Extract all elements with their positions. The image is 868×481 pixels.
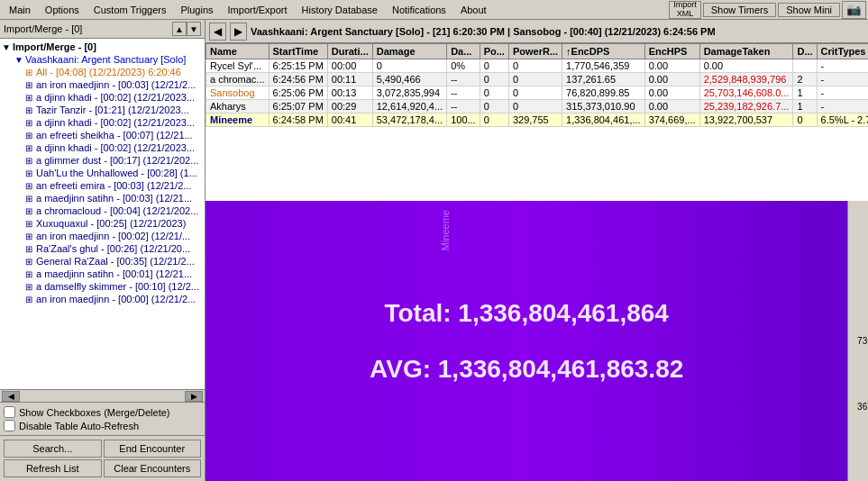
col-header-po[interactable]: Po... (480, 44, 508, 59)
show-mini-button[interactable]: Show Mini (778, 3, 840, 17)
list-item[interactable]: ⊞ a glimmer dust - [00:17] (12/21/202... (0, 154, 205, 167)
tree-item-encounter[interactable]: ▼ Vaashkaani: Argent Sanctuary [Solo] (0, 53, 205, 66)
cell-starttime: 6:25:07 PM (269, 100, 327, 113)
list-item[interactable]: ⊞ a djinn khadi - [00:02] (12/21/2023... (0, 116, 205, 129)
menu-options[interactable]: Options (38, 3, 87, 17)
menu-notifications[interactable]: Notifications (385, 3, 453, 17)
import-xml-button[interactable]: Import XML (669, 1, 701, 19)
col-header-encdps[interactable]: ↑EncDPS (562, 44, 645, 59)
list-item[interactable]: ⊞ Tazir Tanzir - [01:21] (12/21/2023... (0, 104, 205, 116)
cell-crittypes: 6.5%L - 2.7%... (817, 113, 868, 127)
chart-avg-text: AVG: 1,336,804,461,863.82 (370, 355, 683, 384)
show-checkboxes-checkbox[interactable] (4, 406, 15, 418)
list-item[interactable]: ⊞ an iron maedjinn - [00:02] (12/21/... (0, 230, 205, 242)
cell-damagetaken: 2,529,848,939,796 (699, 73, 793, 86)
expand-icon-9: ⊞ (25, 168, 34, 178)
menu-import-export[interactable]: Import/Export (221, 3, 295, 17)
scroll-left-button[interactable]: ◀ (2, 391, 20, 402)
expand-icon-4: ⊞ (25, 105, 34, 115)
col-header-crittypes[interactable]: CritTypes (817, 44, 868, 59)
expand-icon-5: ⊞ (25, 118, 34, 128)
scroll-up-button[interactable]: ▲ (172, 22, 187, 36)
cell-damage: 5,490,466 (372, 73, 446, 86)
refresh-list-button[interactable]: Refresh List (4, 459, 102, 477)
tree-item-root[interactable]: ▼ Import/Merge - [0] (0, 41, 205, 53)
list-item[interactable]: ⊞ a djinn khadi - [00:02] (12/21/2023... (0, 141, 205, 154)
list-item[interactable]: ⊞ an iron maedjinn - [00:03] (12/21/2... (0, 78, 205, 91)
search-button[interactable]: Search... (4, 440, 102, 458)
scroll-down-button[interactable]: ▼ (187, 22, 201, 36)
col-header-da[interactable]: Da... (447, 44, 480, 59)
list-item[interactable]: ⊞ a djinn khadi - [00:02] (12/21/2023... (0, 91, 205, 104)
main-layout: Import/Merge - [0] ▲ ▼ ▼ Import/Merge - … (0, 20, 868, 481)
table-row[interactable]: Sansobog 6:25:06 PM 00:13 3,072,835,994 … (206, 86, 869, 100)
cell-powerr: 0 (508, 100, 562, 113)
list-item[interactable]: ⊞ General Ra'Zaal - [00:35] (12/21/2... (0, 255, 205, 268)
disable-auto-refresh-row: Disable Table Auto-Refresh (4, 420, 201, 431)
cell-enchps: 0.00 (644, 86, 699, 100)
cell-da: 0% (447, 59, 480, 73)
col-header-enchps[interactable]: EncHPS (644, 44, 699, 59)
menu-custom-triggers[interactable]: Custom Triggers (87, 3, 174, 17)
list-item[interactable]: ⊞ an iron maedjinn - [00:00] (12/21/2... (0, 293, 205, 305)
expand-icon-13: ⊞ (25, 219, 34, 229)
disable-auto-refresh-checkbox[interactable] (4, 420, 15, 431)
table-row[interactable]: Akharys 6:25:07 PM 00:29 12,614,920,4...… (206, 100, 869, 113)
list-item[interactable]: ⊞ a maedjinn satihn - [00:01] (12/21... (0, 268, 205, 280)
expand-icon-19: ⊞ (25, 295, 34, 304)
col-header-damage[interactable]: Damage (372, 44, 446, 59)
list-item[interactable]: ⊞ Xuxuquaxul - [00:25] (12/21/2023) (0, 217, 205, 230)
checkbox-area: Show Checkboxes (Merge/Delete) Disable T… (0, 402, 205, 435)
list-item[interactable]: ⊞ an efreeti sheikha - [00:07] (12/21... (0, 129, 205, 141)
menu-about[interactable]: About (453, 3, 494, 17)
table-row[interactable]: a chromac... 6:24:56 PM 00:11 5,490,466 … (206, 73, 869, 86)
horizontal-scrollbar[interactable]: ◀ ▶ (0, 389, 205, 402)
table-row-selected[interactable]: Mineeme 6:24:58 PM 00:41 53,472,178,4...… (206, 113, 869, 127)
cell-d (793, 59, 817, 73)
col-header-d[interactable]: D... (793, 44, 817, 59)
table-row[interactable]: Rycel Syl'... 6:25:15 PM 00:00 0 0% 0 0 … (206, 59, 869, 73)
cell-powerr: 329,755 (508, 113, 562, 127)
expand-icon-3: ⊞ (25, 93, 34, 103)
list-item[interactable]: ⊞ a damselfly skimmer - [00:10] (12/2... (0, 280, 205, 293)
menu-plugins[interactable]: Plugins (173, 3, 220, 17)
data-table: Name StartTime Durati... Damage Da... Po… (206, 43, 868, 127)
nav-back-button[interactable]: ◀ (209, 23, 226, 41)
cell-damage: 53,472,178,4... (372, 113, 446, 127)
expand-icon: ▼ (2, 42, 11, 52)
col-header-starttime[interactable]: StartTime (269, 44, 327, 59)
col-header-powerr[interactable]: PowerR... (508, 44, 562, 59)
col-header-name[interactable]: Name (206, 44, 270, 59)
cell-damage: 0 (372, 59, 446, 73)
camera-button[interactable]: 📷 (842, 1, 866, 19)
menu-main[interactable]: Main (2, 3, 38, 17)
tree-item-all[interactable]: ⊞ All - [04:08] (12/21/2023) 6:20:46 (0, 66, 205, 78)
expand-icon-11: ⊞ (25, 194, 34, 204)
menu-history-database[interactable]: History Database (295, 3, 385, 17)
cell-powerr: 0 (508, 86, 562, 100)
data-table-container[interactable]: Name StartTime Durati... Damage Da... Po… (206, 43, 868, 201)
cell-duration: 00:29 (327, 100, 372, 113)
cell-enchps: 0.00 (644, 100, 699, 113)
y-label-3: 735.24B (850, 336, 868, 346)
end-encounter-button[interactable]: End Encounter (104, 440, 202, 458)
list-item[interactable]: ⊞ a maedjinn satihn - [00:03] (12/21... (0, 192, 205, 204)
cell-name: Akharys (206, 100, 270, 113)
cell-powerr: 0 (508, 59, 562, 73)
list-item[interactable]: ⊞ Uah'Lu the Unhallowed - [00:28] (1... (0, 167, 205, 179)
list-item[interactable]: ⊞ a chromacloud - [00:04] (12/21/202... (0, 204, 205, 217)
y-label-bottom: 0 (850, 467, 868, 477)
scroll-right-button[interactable]: ▶ (185, 391, 203, 402)
expand-icon-18: ⊞ (25, 282, 34, 292)
list-item[interactable]: ⊞ Ra'Zaal's ghul - [00:26] (12/21/20... (0, 242, 205, 255)
cell-crittypes: - (817, 86, 868, 100)
list-item[interactable]: ⊞ an efreeti emira - [00:03] (12/21/2... (0, 179, 205, 192)
col-header-damagetaken[interactable]: DamageTaken (699, 44, 793, 59)
col-header-duration[interactable]: Durati... (327, 44, 372, 59)
clear-encounters-button[interactable]: Clear Encounters (104, 459, 202, 477)
tree-view[interactable]: ▼ Import/Merge - [0] ▼ Vaashkaani: Argen… (0, 39, 205, 389)
nav-forward-button[interactable]: ▶ (230, 23, 247, 41)
show-timers-button[interactable]: Show Timers (703, 3, 777, 17)
left-panel-title: Import/Merge - [0] (4, 23, 82, 34)
left-panel-header: Import/Merge - [0] ▲ ▼ (0, 20, 205, 39)
